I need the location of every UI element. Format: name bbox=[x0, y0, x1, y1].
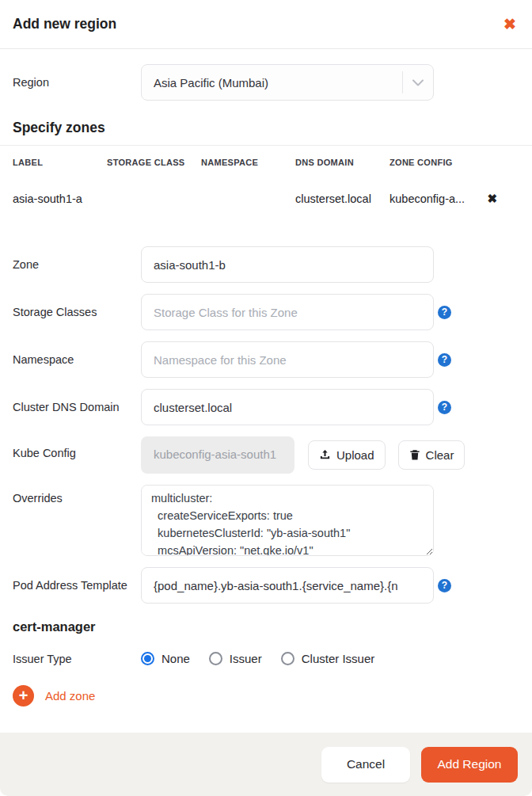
section-divider bbox=[0, 145, 532, 146]
radio-icon bbox=[281, 652, 294, 665]
kube-config-filename: kubeconfig-asia-south1 bbox=[141, 436, 294, 474]
overrides-label: Overrides bbox=[13, 485, 141, 505]
help-icon[interactable]: ? bbox=[438, 306, 451, 319]
trash-icon bbox=[409, 449, 420, 461]
radio-option-label: None bbox=[162, 652, 190, 665]
upload-icon bbox=[319, 449, 331, 461]
specify-zones-heading: Specify zones bbox=[13, 120, 519, 136]
region-select[interactable]: Asia Pacific (Mumbai) bbox=[141, 64, 434, 101]
issuer-type-field-row: Issuer Type None Issuer Cluster Issuer bbox=[13, 652, 519, 665]
namespace-label: Namespace bbox=[13, 353, 141, 366]
overrides-field-row: Overrides multicluster: createServiceExp… bbox=[13, 485, 519, 556]
zone-input[interactable] bbox=[141, 246, 434, 283]
modal-header: Add new region ✖ bbox=[0, 0, 532, 49]
chevron-down-icon bbox=[403, 79, 433, 86]
dns-domain-label: Cluster DNS Domain bbox=[13, 401, 141, 413]
upload-button[interactable]: Upload bbox=[308, 440, 386, 470]
radio-option-label: Cluster Issuer bbox=[302, 652, 375, 665]
add-region-button[interactable]: Add Region bbox=[421, 747, 518, 783]
issuer-type-radio-group: None Issuer Cluster Issuer bbox=[141, 652, 374, 665]
issuer-type-label: Issuer Type bbox=[13, 653, 141, 665]
zone-field-row: Zone bbox=[13, 246, 519, 283]
plus-icon: + bbox=[13, 685, 34, 706]
kube-config-field-row: Kube Config kubeconfig-asia-south1 Uploa… bbox=[13, 436, 519, 474]
region-label: Region bbox=[13, 76, 141, 89]
cancel-button[interactable]: Cancel bbox=[321, 747, 410, 783]
help-icon[interactable]: ? bbox=[438, 401, 451, 414]
col-header-storage-class: STORAGE CLASS bbox=[107, 158, 201, 167]
cell-zone-label: asia-south1-a bbox=[13, 192, 107, 205]
storage-classes-input[interactable] bbox=[141, 294, 434, 330]
close-icon[interactable]: ✖ bbox=[504, 17, 516, 32]
pod-address-template-input[interactable] bbox=[141, 567, 434, 604]
dns-domain-input[interactable] bbox=[141, 389, 434, 425]
cell-zone-config: kubeconfig-a... bbox=[390, 192, 484, 205]
kube-config-label: Kube Config bbox=[13, 436, 141, 459]
cell-dns-domain: clusterset.local bbox=[295, 192, 390, 205]
col-header-namespace: NAMESPACE bbox=[201, 158, 295, 167]
modal-footer: Cancel Add Region bbox=[0, 733, 532, 796]
clear-button[interactable]: Clear bbox=[398, 440, 466, 470]
pod-address-template-field-row: Pod Address Template ? bbox=[13, 567, 519, 604]
upload-button-label: Upload bbox=[336, 448, 374, 462]
radio-option-cluster-issuer[interactable]: Cluster Issuer bbox=[281, 652, 375, 665]
add-zone-label: Add zone bbox=[45, 689, 95, 703]
help-icon[interactable]: ? bbox=[438, 353, 451, 367]
overrides-textarea[interactable]: multicluster: createServiceExports: true… bbox=[141, 485, 434, 556]
radio-option-issuer[interactable]: Issuer bbox=[209, 652, 262, 665]
cert-manager-heading: cert-manager bbox=[13, 619, 519, 634]
help-icon[interactable]: ? bbox=[438, 579, 451, 592]
zone-label: Zone bbox=[13, 258, 141, 271]
namespace-input[interactable] bbox=[141, 341, 434, 378]
radio-icon bbox=[209, 652, 222, 665]
modal-body: Region Asia Pacific (Mumbai) Specify zon… bbox=[0, 64, 532, 706]
storage-classes-label: Storage Classes bbox=[13, 306, 141, 318]
radio-option-label: Issuer bbox=[230, 652, 262, 665]
region-field-row: Region Asia Pacific (Mumbai) bbox=[13, 64, 519, 101]
col-header-label: LABEL bbox=[13, 158, 107, 167]
col-header-dns-domain: DNS DOMAIN bbox=[295, 158, 390, 167]
remove-zone-icon[interactable]: ✖ bbox=[487, 192, 519, 206]
kube-config-actions: Upload Clear bbox=[308, 440, 465, 470]
add-zone-button[interactable]: + Add zone bbox=[13, 685, 519, 706]
region-select-value: Asia Pacific (Mumbai) bbox=[154, 76, 402, 90]
zones-table-header: LABEL STORAGE CLASS NAMESPACE DNS DOMAIN… bbox=[13, 158, 519, 167]
storage-classes-field-row: Storage Classes ? bbox=[13, 294, 519, 330]
namespace-field-row: Namespace ? bbox=[13, 341, 519, 378]
col-header-zone-config: ZONE CONFIG bbox=[390, 158, 484, 167]
radio-option-none[interactable]: None bbox=[141, 652, 190, 665]
add-region-modal: Add new region ✖ Region Asia Pacific (Mu… bbox=[0, 0, 532, 796]
radio-icon bbox=[141, 652, 154, 665]
pod-address-template-label: Pod Address Template bbox=[13, 577, 141, 594]
clear-button-label: Clear bbox=[426, 448, 454, 462]
modal-title: Add new region bbox=[13, 16, 116, 32]
zone-table-row: asia-south1-a clusterset.local kubeconfi… bbox=[13, 192, 519, 206]
dns-domain-field-row: Cluster DNS Domain ? bbox=[13, 389, 519, 425]
